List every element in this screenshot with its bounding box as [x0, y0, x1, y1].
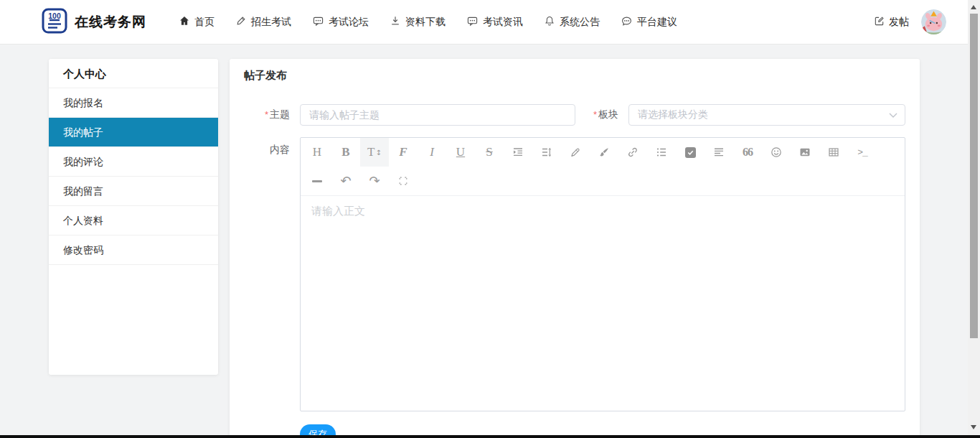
line-height-icon[interactable] — [532, 138, 561, 167]
board-select-placeholder: 请选择板块分类 — [638, 108, 708, 121]
board-select[interactable]: 请选择板块分类 — [628, 104, 905, 126]
required-mark: * — [593, 109, 597, 120]
bell-icon — [545, 16, 555, 28]
bullet-list-icon[interactable] — [647, 138, 676, 167]
chevron-down-icon — [889, 108, 897, 121]
nav-item-announcements[interactable]: 系统公告 — [545, 16, 600, 29]
chat-icon — [621, 16, 632, 29]
home-icon — [179, 16, 189, 28]
sidebar-item-my-comments[interactable]: 我的评论 — [49, 147, 218, 177]
board-label: *板块 — [575, 108, 618, 121]
italic-icon[interactable]: I — [418, 138, 446, 167]
topic-label: *主题 — [244, 108, 290, 121]
link-icon[interactable] — [618, 138, 647, 167]
horizontal-rule-icon[interactable] — [303, 167, 331, 195]
nav-item-home[interactable]: 首页 — [179, 16, 215, 29]
top-navbar: 100 在线考务网 首页 招生考试 考试论坛 — [0, 0, 968, 45]
topbar-right: 发帖 — [874, 9, 946, 34]
site-title: 在线考务网 — [75, 13, 146, 32]
undo-icon[interactable]: ↶ — [331, 167, 360, 195]
font-family-icon[interactable]: F — [389, 138, 418, 167]
taskbar-edge — [0, 435, 980, 438]
create-post-label: 发帖 — [889, 16, 909, 29]
required-mark: * — [265, 109, 268, 120]
image-icon[interactable] — [791, 138, 819, 167]
quote-icon[interactable]: 66 — [733, 138, 762, 167]
editor-placeholder: 请输入正文 — [311, 205, 365, 217]
underline-icon[interactable]: U — [446, 138, 475, 167]
sidebar-title: 个人中心 — [49, 59, 218, 88]
page-title: 帖子发布 — [244, 69, 905, 83]
rich-text-editor: H B T↕ F I U S — [300, 137, 905, 411]
post-publish-panel: 帖子发布 *主题 *板块 请选择板块分类 内容 H B T↕ F I — [230, 59, 920, 438]
nav-label: 考试资讯 — [483, 16, 523, 29]
bold-icon[interactable]: B — [331, 138, 360, 167]
topic-input[interactable] — [300, 104, 575, 126]
code-icon[interactable]: >_ — [848, 138, 877, 167]
bg-color-icon[interactable] — [590, 138, 618, 167]
pencil-icon — [236, 16, 246, 28]
font-size-icon[interactable]: T↕ — [360, 138, 389, 167]
nav-item-suggestions[interactable]: 平台建议 — [621, 16, 677, 29]
redo-icon[interactable]: ↷ — [360, 167, 389, 195]
sidebar-item-change-password[interactable]: 修改密码 — [49, 236, 218, 265]
nav-label: 考试论坛 — [329, 16, 369, 29]
personal-center-sidebar: 个人中心 我的报名 我的帖子 我的评论 我的留言 个人资料 修改密码 — [49, 59, 218, 375]
editor-content-area[interactable]: 请输入正文 — [301, 196, 905, 411]
nav-label: 招生考试 — [251, 16, 291, 29]
table-icon[interactable] — [819, 138, 848, 167]
app-window: 100 在线考务网 首页 招生考试 考试论坛 — [0, 0, 980, 438]
site-logo-icon: 100 — [42, 8, 67, 37]
todo-icon[interactable] — [676, 138, 705, 167]
scrollbar-up-arrow[interactable] — [971, 5, 976, 9]
download-icon — [390, 16, 400, 28]
comment-icon — [313, 16, 324, 29]
emoji-icon[interactable] — [762, 138, 791, 167]
user-avatar[interactable] — [921, 9, 946, 34]
svg-text:100: 100 — [48, 11, 61, 19]
nav-label: 平台建议 — [637, 16, 677, 29]
fullscreen-icon[interactable] — [389, 167, 418, 195]
sidebar-item-my-messages[interactable]: 我的留言 — [49, 177, 218, 206]
heading-icon[interactable]: H — [303, 138, 331, 167]
nav-label: 资料下载 — [405, 16, 446, 29]
vertical-scrollbar[interactable] — [968, 0, 980, 435]
sidebar-item-my-registrations[interactable]: 我的报名 — [49, 88, 218, 118]
toolbar-row-1: H B T↕ F I U S — [303, 138, 903, 167]
justify-icon[interactable] — [705, 138, 733, 167]
content-row: 内容 H B T↕ F I U S — [244, 137, 905, 411]
indent-icon[interactable] — [504, 138, 532, 167]
comment-icon — [467, 16, 478, 29]
topic-board-row: *主题 *板块 请选择板块分类 — [244, 104, 905, 126]
create-post-button[interactable]: 发帖 — [874, 16, 909, 29]
sidebar-item-profile[interactable]: 个人资料 — [49, 206, 218, 236]
scrollbar-down-arrow[interactable] — [971, 425, 976, 429]
toolbar-row-2: ↶ ↷ — [303, 167, 903, 195]
nav-item-forum[interactable]: 考试论坛 — [313, 16, 369, 29]
nav-item-exams[interactable]: 招生考试 — [236, 16, 291, 29]
scrollbar-thumb[interactable] — [970, 14, 978, 338]
edit-square-icon — [874, 16, 885, 29]
strikethrough-icon[interactable]: S — [475, 138, 504, 167]
editor-toolbar: H B T↕ F I U S — [301, 138, 905, 196]
main-nav: 首页 招生考试 考试论坛 资料下载 考试资讯 系统公告 — [179, 16, 677, 29]
nav-item-downloads[interactable]: 资料下载 — [390, 16, 446, 29]
nav-label: 系统公告 — [560, 16, 600, 29]
nav-item-news[interactable]: 考试资讯 — [467, 16, 523, 29]
brand[interactable]: 100 在线考务网 — [42, 8, 146, 37]
nav-label: 首页 — [194, 16, 215, 29]
sidebar-item-my-posts[interactable]: 我的帖子 — [49, 118, 218, 147]
content-label: 内容 — [244, 144, 290, 157]
text-color-icon[interactable] — [561, 138, 590, 167]
